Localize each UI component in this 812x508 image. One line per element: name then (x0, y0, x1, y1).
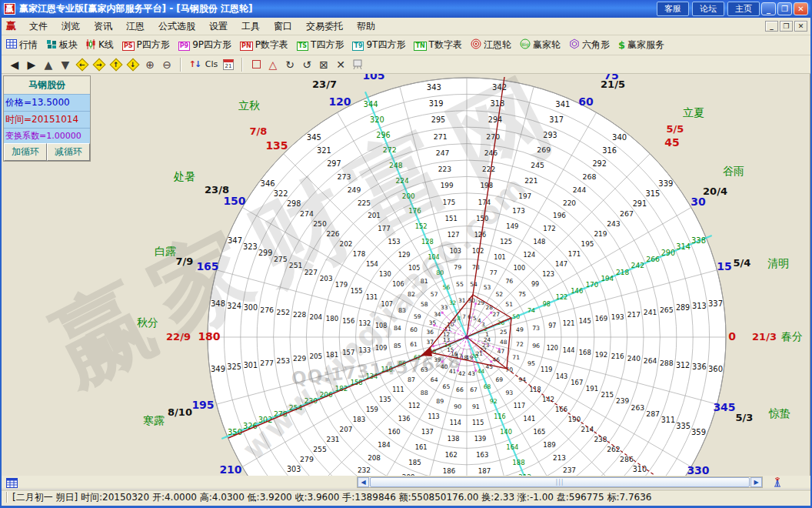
winner-service-button[interactable]: $赢家服务 (617, 38, 666, 52)
menu-item-工具[interactable]: 工具 (235, 18, 267, 35)
title-button-group: 客服论坛主页 (654, 2, 760, 16)
market-grid-button[interactable]: 行情 (5, 38, 39, 52)
price-axis-icon[interactable]: ↑↓ (186, 57, 203, 72)
pan-left-icon[interactable]: ← (74, 57, 91, 72)
draw-triangle-icon[interactable]: △ (265, 57, 281, 72)
winner-wheel-button[interactable]: Big赢家轮 (518, 38, 562, 52)
coefficient-value: 变换系数=1.00000 (4, 128, 90, 143)
svg-text:360: 360 (708, 365, 723, 373)
mdi-close-button[interactable]: ✕ (794, 21, 807, 32)
t-square-button[interactable]: TST四方形 (295, 38, 346, 52)
svg-text:25: 25 (500, 329, 508, 336)
drawing-toolbar: ◀▶▲▼←→↑↓⊕⊖↑↓Cls21△↻↺⊠✕ (2, 55, 810, 74)
hexagon-button[interactable]: 六角形 (567, 38, 611, 52)
mdi-minimize-button[interactable]: _ (765, 21, 778, 32)
cls-button[interactable]: Cls (203, 57, 220, 72)
calendar-icon[interactable]: 21 (220, 57, 237, 72)
svg-text:337: 337 (708, 299, 723, 308)
svg-text:195: 195 (581, 240, 594, 248)
scrollbar-thumb[interactable]: ||| (370, 477, 750, 487)
main-toolbar: 行情板块K线PSP四方形P99P四方形PNP数字表TST四方形T99T四方形TN… (2, 35, 810, 55)
svg-text:289: 289 (676, 303, 690, 312)
pointer-up-icon[interactable]: ▲ (40, 57, 57, 72)
pan-up-icon[interactable]: ↑ (108, 57, 125, 72)
svg-text:253: 253 (277, 356, 291, 365)
menu-item-窗口[interactable]: 窗口 (267, 18, 299, 35)
close-button[interactable]: ✕ (794, 2, 808, 15)
menu-item-设置[interactable]: 设置 (202, 18, 235, 35)
svg-text:91: 91 (472, 403, 480, 410)
svg-text:71: 71 (512, 354, 520, 361)
svg-text:168: 168 (579, 349, 591, 356)
menu-item-公式选股[interactable]: 公式选股 (151, 18, 202, 35)
connection-antenna-icon (772, 476, 783, 490)
gann-wheel-button[interactable]: 江恩轮 (469, 38, 513, 52)
svg-text:229: 229 (293, 355, 306, 363)
menu-item-江恩[interactable]: 江恩 (119, 18, 151, 35)
gann-wheel-chart[interactable]: 1234567891011121314151617181920212223242… (2, 74, 810, 476)
page-left-icon[interactable]: ◀ (6, 57, 23, 72)
zoom-out-icon[interactable]: ⊖ (158, 57, 175, 72)
t-table-button[interactable]: TNT数字表 (412, 38, 464, 52)
zoom-in-icon[interactable]: ⊕ (141, 57, 158, 72)
wheel-term-label: 立秋 (238, 99, 260, 112)
svg-text:89: 89 (436, 398, 444, 405)
sector-blocks-icon (46, 39, 57, 52)
mini-table-icon[interactable] (6, 476, 18, 491)
fit-center-icon[interactable]: ✕ (332, 57, 349, 72)
svg-text:161: 161 (415, 443, 428, 451)
page-right-icon[interactable]: ▶ (23, 57, 40, 72)
wheel-date-label: 20/4 (703, 185, 727, 197)
frame-select-icon[interactable]: ⊠ (315, 57, 332, 72)
easel-icon[interactable] (349, 57, 366, 72)
9t-square-button[interactable]: T99T四方形 (351, 38, 407, 52)
sector-blocks-button[interactable]: 板块 (45, 38, 79, 52)
add-cycle-button[interactable]: 加循环 (4, 143, 47, 161)
wheel-angle-label: 330 (687, 464, 709, 476)
p-table-button[interactable]: PNP数字表 (238, 38, 290, 52)
title-button-2[interactable]: 主页 (727, 2, 760, 16)
mdi-restore-button[interactable]: ❐ (780, 21, 793, 32)
rotate-ccw-icon[interactable]: ↺ (298, 57, 315, 72)
maximize-button[interactable]: ❐ (777, 2, 792, 15)
svg-text:144: 144 (563, 346, 575, 354)
svg-text:68: 68 (484, 383, 491, 390)
pan-down-icon[interactable]: ↓ (125, 57, 141, 72)
menu-item-帮助[interactable]: 帮助 (350, 18, 382, 35)
title-button-1[interactable]: 论坛 (692, 2, 724, 16)
horizontal-scrollbar[interactable]: ◀ ||| ▶ (357, 476, 763, 488)
svg-text:279: 279 (300, 455, 314, 463)
svg-text:5: 5 (473, 315, 477, 322)
menu-item-文件[interactable]: 文件 (22, 18, 55, 35)
menu-item-浏览[interactable]: 浏览 (55, 18, 87, 35)
wheel-date-label: 21/5 (601, 79, 625, 90)
scroll-left-arrow-icon[interactable]: ◀ (358, 477, 369, 487)
svg-text:204: 204 (309, 313, 322, 321)
pointer-down-icon[interactable]: ▼ (57, 57, 74, 72)
svg-text:359: 359 (691, 428, 706, 436)
svg-text:220: 220 (563, 199, 576, 207)
svg-text:194: 194 (601, 275, 614, 282)
title-button-0[interactable]: 客服 (657, 2, 689, 16)
rotate-cw-icon[interactable]: ↻ (281, 57, 298, 72)
svg-text:113: 113 (428, 413, 439, 420)
svg-text:85: 85 (394, 343, 401, 349)
minimize-button[interactable]: _ (761, 2, 776, 15)
pan-right-icon[interactable]: → (91, 57, 108, 72)
wheel-date-label: 7/8 (250, 125, 268, 137)
svg-text:186: 186 (443, 467, 455, 475)
9p-square-button[interactable]: P99P四方形 (177, 38, 233, 52)
menu-item-交易委托[interactable]: 交易委托 (299, 18, 350, 35)
wheel-term-label: 白露 (155, 245, 176, 257)
svg-text:218: 218 (616, 269, 629, 276)
svg-text:189: 189 (543, 441, 555, 449)
menu-logo-icon: 赢 (6, 19, 16, 33)
menu-item-资讯[interactable]: 资讯 (87, 18, 119, 35)
p-square-button[interactable]: PSP四方形 (121, 38, 171, 52)
svg-text:116: 116 (494, 413, 505, 420)
draw-square-icon[interactable] (248, 57, 265, 72)
sub-cycle-button[interactable]: 减循环 (47, 143, 90, 161)
kline-button[interactable]: K线 (85, 38, 115, 52)
svg-text:263: 263 (631, 403, 645, 412)
scroll-right-arrow-icon[interactable]: ▶ (750, 477, 762, 487)
